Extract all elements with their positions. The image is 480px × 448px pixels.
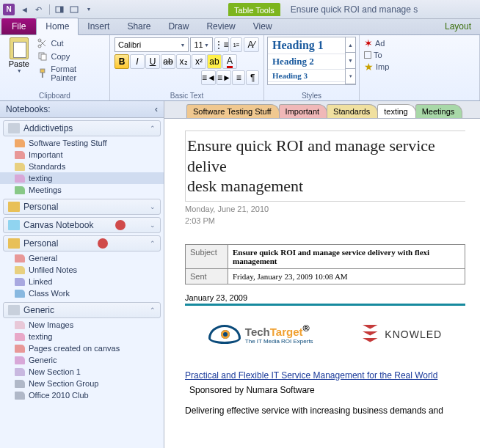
paste-button[interactable]: Paste ▼ [4,37,33,83]
section-item[interactable]: Meetings [0,184,164,196]
section-tab-icon [15,290,25,298]
sidebar-header[interactable]: Notebooks: ‹ [0,101,164,118]
section-item[interactable]: Office 2010 Club [0,389,164,401]
chevron-left-icon: ‹ [155,104,158,114]
section-tab[interactable]: Standards [327,104,378,118]
email-header-table: Subject Ensure quick ROI and manage serv… [185,244,465,284]
font-name-dropdown[interactable]: Calibri▼ [114,37,189,52]
paste-label: Paste [9,59,29,68]
numbering-button[interactable]: 1≡ [230,37,242,52]
qat-fullpage-button[interactable] [68,3,81,16]
section-item[interactable]: Linked [0,276,164,287]
tab-insert[interactable]: Insert [79,18,118,34]
style-heading3[interactable]: Heading 3 [268,70,345,82]
svg-rect-1 [60,7,63,12]
strikethrough-button[interactable]: ab [161,54,175,69]
article-link[interactable]: Practical and Flexible IT Service Manage… [185,370,437,381]
tab-view[interactable]: View [244,18,281,34]
extra-imp-button[interactable]: ★Imp [364,61,475,73]
page-title-line2: desk management [187,177,303,195]
tab-share[interactable]: Share [118,18,159,34]
align-button[interactable]: ≡ [232,70,245,85]
knowledge-logo: KNOWLED [360,325,442,344]
copy-button[interactable]: Copy [36,51,105,62]
section-item[interactable]: texting [0,172,164,184]
subject-label: Subject [186,244,228,268]
bullets-button[interactable]: ⋮≡ [214,37,229,52]
notebook-header[interactable]: Personal ⌄ [3,199,161,215]
notebook-header[interactable]: Addictivetips ⌃ [3,120,161,136]
section-tab[interactable]: Software Testing Stuff [186,104,280,118]
section-item[interactable]: New Images [0,319,164,331]
subscript-button[interactable]: x₂ [176,54,191,69]
ribbon-tabs: File Home Insert Share Draw Review View … [0,19,480,35]
gallery-more-button[interactable]: ▾ [346,69,355,84]
page-title[interactable]: Ensure quick ROI and manage service deli… [185,131,465,202]
chevron-icon: ⌃ [150,240,156,247]
section-item[interactable]: New Section 1 [0,366,164,378]
section-tab-icon [15,392,25,400]
styles-gallery[interactable]: Heading 1 Heading 2 Heading 3 ▲ ▼ ▾ [267,37,356,85]
outdent-button[interactable]: ≡◄ [201,70,216,85]
notebook-name: Generic [23,305,54,315]
section-item[interactable]: Class Work [0,287,164,299]
clipboard-group-label: Clipboard [0,92,109,100]
tab-review[interactable]: Review [197,18,244,34]
logo-text-target: Target [270,326,303,338]
extra-ad-button[interactable]: ✶Ad [364,37,475,49]
section-item[interactable]: Software Testing Stuff [0,137,164,149]
section-item[interactable]: New Section Group [0,378,164,389]
qat-back-button[interactable]: ◄ [18,3,32,16]
qat-undo-button[interactable]: ↶ [33,3,46,16]
sent-value: Friday, January 23, 2009 10:08 AM [228,268,465,284]
notebook-icon [8,305,20,315]
page-content[interactable]: Ensure quick ROI and manage service deli… [164,119,480,448]
indent-button[interactable]: ≡► [217,70,231,85]
notebook-header[interactable]: Personal ⌃ [3,235,161,251]
section-item[interactable]: Important [0,149,164,161]
clear-format-button[interactable]: A⁄ [244,37,259,52]
qat-dock-button[interactable] [53,3,66,16]
font-size-dropdown[interactable]: 11▼ [190,37,212,52]
file-tab[interactable]: File [1,18,36,34]
underline-button[interactable]: U [145,54,160,69]
style-heading2[interactable]: Heading 2 [268,54,345,70]
section-tab[interactable]: Meetings [415,104,463,118]
tab-layout[interactable]: Layout [436,18,480,34]
extra-to-button[interactable]: To [364,51,475,59]
notebook-header[interactable]: Canvas Notebook ⌄ [3,217,161,233]
paragraph-spacing-button[interactable]: ¶ [246,70,259,85]
section-tab[interactable]: texting [377,104,415,118]
style-heading1[interactable]: Heading 1 [268,37,345,54]
format-painter-button[interactable]: Format Painter [36,64,105,83]
gallery-down-button[interactable]: ▼ [346,53,355,68]
sponsor-text: Sponsored by Numara Software [189,385,465,395]
section-item[interactable]: Pages created on canvas [0,342,164,354]
article-link-line: Practical and Flexible IT Service Manage… [185,370,465,381]
sent-label: Sent [186,268,228,284]
section-item[interactable]: Standards [0,161,164,172]
tab-home[interactable]: Home [36,18,79,35]
superscript-button[interactable]: x² [192,54,206,69]
section-item[interactable]: texting [0,331,164,342]
tab-draw[interactable]: Draw [159,18,197,34]
extra-to-label: To [374,51,382,59]
cut-button[interactable]: Cut [36,37,105,49]
qat-separator [49,4,50,15]
section-tab[interactable]: Important [279,104,327,118]
section-item[interactable]: General [0,252,164,264]
section-item[interactable]: Unfiled Notes [0,264,164,276]
notebook-header[interactable]: Generic ⌃ [3,302,161,318]
font-name-value: Calibri [118,40,141,49]
section-item[interactable]: Generic [0,354,164,366]
section-name: Linked [29,277,52,286]
notebook-icon [8,220,20,230]
bold-button[interactable]: B [114,54,129,69]
font-color-button[interactable]: A [222,54,237,69]
chevron-down-icon: ▼ [204,43,209,48]
qat-customize-dropdown[interactable]: ▼ [82,3,95,16]
italic-button[interactable]: I [130,54,145,69]
highlight-button[interactable]: ab [207,54,222,69]
techtarget-logo: TechTarget® The IT Media ROI Experts [208,323,313,345]
gallery-up-button[interactable]: ▲ [346,37,355,53]
